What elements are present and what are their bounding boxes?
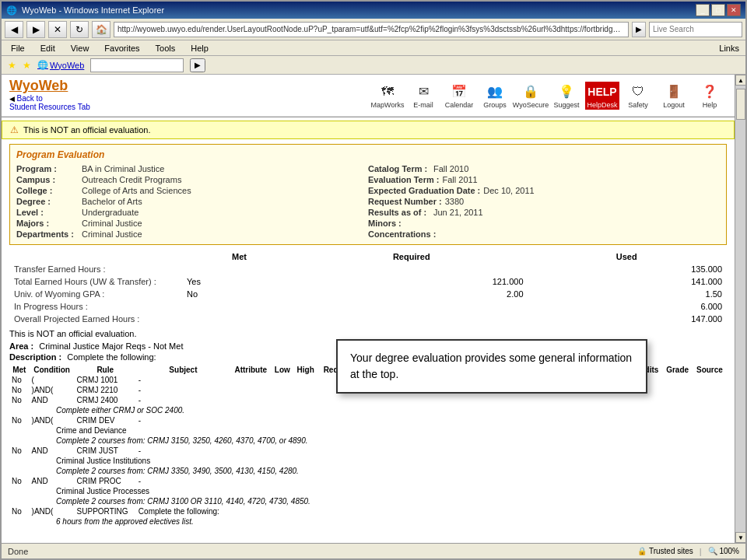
browser-icon: 🌐 [6, 5, 17, 16]
tooltip-box: Your degree evaluation provides some gen… [336, 339, 647, 394]
col-attribute: Attribute [230, 365, 272, 375]
zoom-label: 🔍 [708, 547, 720, 555]
row-note: Complete 2 courses from: CRMJ 3350, 3490… [9, 466, 727, 476]
prog-label-program: Program : [16, 164, 79, 173]
stats-used-transfer: 135.000 [528, 264, 725, 275]
stop-button[interactable]: ✕ [48, 21, 67, 38]
logout-icon[interactable]: 🚪 Logout [657, 82, 691, 109]
favorites-star-icon: ★ [8, 60, 16, 71]
go-button[interactable]: ▶ [632, 22, 646, 37]
stats-required-gpa: 2.00 [296, 289, 527, 299]
row-met: No [9, 395, 30, 405]
row-condition: AND [30, 446, 75, 456]
menu-favorites[interactable]: Favorites [101, 44, 142, 53]
program-evaluation-box: Program Evaluation Program : BA in Crimi… [9, 144, 727, 245]
row-condition: )AND( [30, 385, 75, 395]
groups-img: 👥 [484, 82, 506, 101]
area-title-text: Criminal Justice Major Reqs - Not Met [39, 341, 183, 351]
status-security: 🔒 Trusted sites [637, 547, 693, 555]
stats-met-total: Yes [184, 276, 295, 287]
stats-used-projected: 147.000 [528, 313, 725, 324]
menu-tools[interactable]: Tools [153, 44, 179, 53]
favorites-search-button[interactable]: ▶ [190, 58, 205, 72]
home-button[interactable]: 🏠 [92, 21, 110, 38]
prog-value-request: 3380 [445, 197, 464, 206]
stats-met-transfer [184, 264, 295, 275]
stats-header-row: Met Required Used [11, 251, 725, 262]
address-bar[interactable] [114, 22, 629, 37]
back-to-student-resources-link[interactable]: Back toStudent Resources Tab [9, 94, 90, 111]
prog-value-program: BA in Criminal Justice [82, 164, 164, 173]
menu-file[interactable]: File [8, 44, 28, 53]
safety-label: Safety [628, 101, 648, 109]
prog-row-campus: Campus : Outreach Credit Programs [16, 174, 368, 185]
security-icon: 🔒 [637, 547, 647, 555]
row-rule: CRIM JUST [75, 446, 136, 456]
refresh-button[interactable]: ↻ [70, 21, 89, 38]
mapworks-icon[interactable]: 🗺 MapWorks [370, 82, 405, 109]
wyoweb-logo[interactable]: WyoWeb [9, 78, 90, 94]
forward-button[interactable]: ▶ [26, 21, 45, 38]
row-rule: CRIM PROC [75, 476, 136, 486]
helpdesk-icon[interactable]: HELP HelpDesk [585, 82, 619, 110]
wyosecure-label: WyoSecure [513, 101, 549, 109]
scroll-thumb[interactable] [736, 89, 745, 120]
safety-icon[interactable]: 🛡 Safety [621, 82, 655, 109]
calendar-label: Calendar [445, 101, 474, 109]
table-row: No AND CRIM PROC - [9, 476, 727, 486]
stats-met-projected [184, 313, 295, 324]
maximize-button[interactable]: □ [711, 4, 725, 16]
prog-label-request: Request Number : [368, 197, 442, 206]
tooltip-text: Your degree evaluation provides some gen… [350, 352, 632, 380]
help-label: Help [703, 101, 717, 109]
prog-label-concentrations: Concentrations : [368, 229, 436, 239]
groups-icon[interactable]: 👥 Groups [478, 82, 512, 109]
row-note: Crime and Deviance [9, 425, 727, 436]
prog-row-minors: Minors : [368, 218, 720, 229]
row-condition: ( [30, 375, 75, 385]
minimize-button[interactable]: _ [696, 4, 710, 16]
menu-help[interactable]: Help [188, 44, 212, 53]
stats-row-total: Total Earned Hours (UW & Transfer) : Yes… [11, 276, 725, 287]
row-note: Complete 2 courses from: CRMJ 3150, 3250… [9, 436, 727, 446]
scroll-up-button[interactable]: ▲ [735, 75, 745, 86]
back-navigation: ◀ Back toStudent Resources Tab [9, 94, 90, 111]
stats-notice: This is NOT an official evaluation. [9, 329, 727, 338]
row-condition: )AND( [30, 506, 75, 516]
stats-required-projected [296, 313, 527, 324]
calendar-icon[interactable]: 📅 Calendar [442, 82, 476, 109]
prog-label-departments: Departments : [16, 229, 79, 239]
col-grade: Grade [662, 365, 692, 375]
scroll-down-button[interactable]: ▼ [735, 532, 745, 543]
table-row-note: Complete 2 courses from: CRMJ 3150, 3250… [9, 436, 727, 446]
stats-row-transfer: Transfer Earned Hours : 135.000 [11, 264, 725, 275]
col-source: Source [693, 365, 727, 375]
prog-label-minors: Minors : [368, 219, 430, 228]
scrollbar[interactable]: ▲ ▼ [735, 75, 745, 543]
search-input[interactable] [649, 22, 742, 37]
favorites-search-input[interactable] [90, 58, 184, 72]
scroll-track[interactable] [735, 86, 745, 532]
wyosecure-icon[interactable]: 🔒 WyoSecure [514, 82, 548, 109]
menu-view[interactable]: View [68, 44, 93, 53]
row-note: 6 hours from the approved electives list… [9, 516, 727, 527]
back-button[interactable]: ◀ [5, 21, 23, 38]
security-label: Trusted sites [649, 547, 693, 555]
prog-eval-right: Catalog Term : Fall 2010 Evaluation Term… [368, 163, 720, 240]
close-button[interactable]: ✕ [727, 4, 741, 16]
row-met: No [9, 415, 30, 425]
help-icon[interactable]: ❓ Help [693, 82, 727, 109]
suggest-icon[interactable]: 💡 Suggest [549, 82, 584, 109]
wyoweb-favorite-link[interactable]: 🌐 WyoWeb [37, 60, 84, 70]
title-controls[interactable]: _ □ ✕ [696, 4, 741, 16]
email-icon[interactable]: ✉ E-mail [406, 82, 440, 109]
calendar-img: 📅 [448, 82, 470, 101]
prog-label-results: Results as of : [368, 208, 430, 217]
stats-label-projected: Overall Projected Earned Hours : [11, 313, 182, 324]
prog-value-campus: Outreach Credit Programs [82, 175, 181, 184]
menu-edit[interactable]: Edit [37, 44, 58, 53]
add-favorites-icon: ★ [23, 60, 31, 71]
prog-value-departments: Criminal Justice [82, 229, 142, 239]
col-low: Low [272, 365, 294, 375]
stats-met-gpa: No [184, 289, 295, 299]
